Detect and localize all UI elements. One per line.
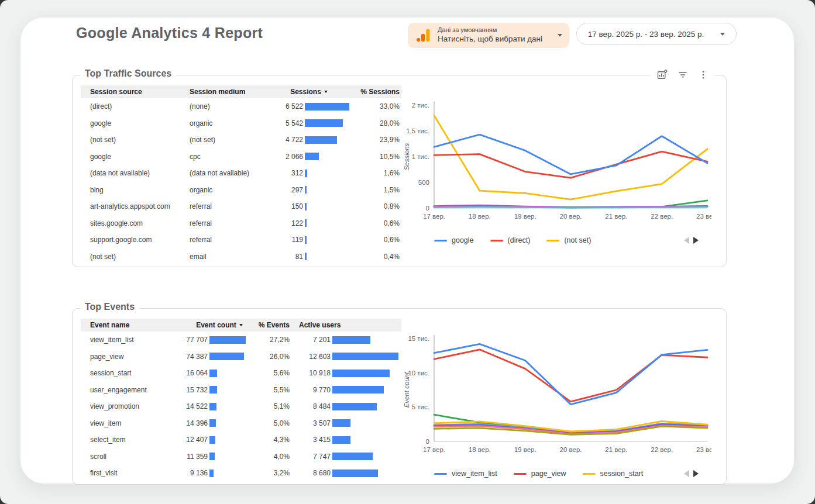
table-row[interactable]: view_item14 3965,0%3 507 <box>81 415 401 432</box>
sessions-cell: 5 542 <box>268 119 350 127</box>
column-header-label: % Events <box>259 321 290 329</box>
table-row[interactable]: select_item12 4074,3%3 415 <box>81 431 401 448</box>
session-medium-cell: organic <box>180 119 268 127</box>
event-name-cell: view_promotion <box>81 402 183 410</box>
bar-track <box>332 353 398 360</box>
table-row[interactable]: (not set)email810,4% <box>81 248 401 265</box>
table-row[interactable]: view_promotion14 5225,1%8 484 <box>81 398 401 415</box>
sessions-line-chart[interactable]: 05001 тис.1,5 тис.2 тис.17 вер.18 вер.19… <box>401 96 711 232</box>
event-name-cell: select_item <box>81 436 183 444</box>
data-control-button[interactable]: Дані за умовчанням Натисніть, щоб вибрат… <box>408 23 569 48</box>
series-line-(not set) <box>434 116 707 199</box>
active-users-bar <box>332 436 350 444</box>
x-tick-label: 19 вер. <box>514 446 537 453</box>
legend-item[interactable]: view_item_list <box>434 470 497 478</box>
table-row[interactable]: page_view74 38726,0%12 603 <box>81 348 401 365</box>
filter-icon[interactable] <box>678 70 688 80</box>
sessions-bar <box>305 170 307 177</box>
legend-swatch <box>514 473 527 475</box>
table-row[interactable]: session_start16 0645,6%10 918 <box>81 365 401 382</box>
table-row[interactable]: (direct)(none)6 52233,0% <box>81 98 401 115</box>
y-tick-label: 2 тис. <box>412 102 429 109</box>
bar-track <box>305 203 349 210</box>
chevron-left-icon[interactable] <box>684 237 689 244</box>
legend-swatch <box>546 240 559 241</box>
bar-track <box>332 470 398 477</box>
active-users-bar <box>332 419 350 427</box>
active-users-cell: 7 747 <box>294 453 401 461</box>
column-header[interactable]: Session medium <box>180 88 268 96</box>
column-header[interactable]: % Events <box>256 321 294 329</box>
table-row[interactable]: art-analytics.appspot.comreferral1500,8% <box>81 198 401 215</box>
sessions-value: 4 722 <box>268 136 303 144</box>
column-header-label: Active users <box>299 321 341 329</box>
sessions-bar <box>305 236 307 244</box>
data-control-label: Натисніть, щоб вибрати дані <box>438 34 542 44</box>
column-header[interactable]: Sessions <box>268 88 350 96</box>
legend-swatch <box>434 473 447 475</box>
bar-track <box>332 403 398 410</box>
table-row[interactable]: view_item_list77 70727,2%7 201 <box>81 332 401 348</box>
column-header[interactable]: Active users <box>294 321 401 329</box>
pct-events-cell: 3,2% <box>256 469 294 477</box>
date-range-button[interactable]: 17 вер. 2025 р. - 23 вер. 2025 р. <box>576 23 737 45</box>
chart-legend: view_item_listpage_viewsession_start <box>434 470 699 478</box>
sessions-value: 150 <box>268 202 303 210</box>
column-header[interactable]: % Sessions <box>350 88 401 96</box>
bar-track <box>305 219 349 227</box>
pct-sessions-cell: 1,6% <box>350 169 401 177</box>
active-users-bar <box>332 386 384 393</box>
chevron-right-icon[interactable] <box>693 470 699 477</box>
table-row[interactable]: support.google.comreferral1190,6% <box>81 232 401 248</box>
table-row[interactable]: googleorganic5 54228,0% <box>81 115 401 132</box>
bar-track <box>332 436 398 444</box>
legend-item[interactable]: page_view <box>514 470 566 478</box>
y-tick-label: 10 тис. <box>408 370 429 377</box>
y-tick-label: 1,5 тис. <box>406 127 429 134</box>
legend-item[interactable]: session_start <box>583 470 644 478</box>
chevron-right-icon[interactable] <box>693 237 699 244</box>
legend-item[interactable]: (not set) <box>546 236 591 244</box>
y-tick-label: 5 тис. <box>412 403 429 410</box>
table-row[interactable]: bingorganic2971,5% <box>81 182 401 199</box>
x-tick-label: 17 вер. <box>423 213 445 220</box>
event-count-line-chart[interactable]: 05 тис.10 тис.15 тис.17 вер.18 вер.19 ве… <box>401 329 711 465</box>
bar-track <box>209 470 246 477</box>
event-count-value: 14 396 <box>183 419 208 427</box>
chart-settings-icon[interactable] <box>656 69 668 80</box>
bar-track <box>209 453 246 460</box>
table-row[interactable]: googlecpc2 06610,5% <box>81 149 401 165</box>
table-row[interactable]: (not set)(not set)4 72223,9% <box>81 132 401 149</box>
sessions-bar <box>305 153 319 160</box>
sessions-bar <box>305 203 307 210</box>
chevron-left-icon[interactable] <box>684 470 689 477</box>
table-header-row: Event nameEvent count% EventsActive user… <box>81 319 401 332</box>
table-row[interactable]: sites.google.comreferral1220,6% <box>81 215 401 232</box>
table-row[interactable]: scroll11 3594,0%7 747 <box>81 448 401 465</box>
x-tick-label: 19 вер. <box>514 213 537 220</box>
table-row[interactable]: first_visit9 1363,2%8 680 <box>81 465 401 482</box>
sessions-value: 119 <box>268 236 303 244</box>
table-row[interactable]: (data not available)(data not available)… <box>81 165 401 182</box>
more-options-icon[interactable] <box>698 70 709 80</box>
active-users-bar <box>332 403 377 410</box>
sessions-bar <box>305 219 307 227</box>
column-header[interactable]: Session source <box>81 88 180 96</box>
session-medium-cell: (data not available) <box>180 169 268 177</box>
sessions-cell: 4 722 <box>268 136 350 144</box>
bar-track <box>332 370 398 377</box>
column-header[interactable]: Event count <box>183 321 256 329</box>
legend-item[interactable]: google <box>434 236 474 244</box>
legend-pager <box>684 470 699 477</box>
top-events-card: Top Events Event nameEvent count% Events… <box>72 308 727 485</box>
page-title: Google Analytics 4 Report <box>76 25 263 42</box>
legend-item[interactable]: (direct) <box>490 236 531 244</box>
sessions-value: 81 <box>268 253 303 261</box>
session-source-cell: google <box>81 153 180 161</box>
x-tick-label: 21 вер. <box>605 213 627 220</box>
pct-sessions-cell: 23,9% <box>350 136 401 144</box>
column-header[interactable]: Event name <box>81 321 183 329</box>
table-row[interactable]: user_engagement15 7325,5%9 770 <box>81 382 401 399</box>
bar-track <box>209 336 246 344</box>
pct-events-cell: 5,0% <box>256 419 294 427</box>
